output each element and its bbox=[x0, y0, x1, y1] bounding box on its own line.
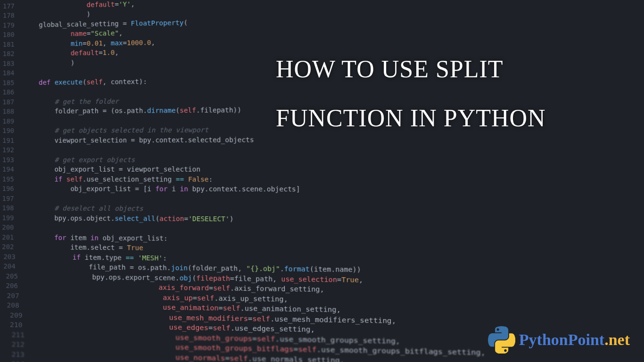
line-number: 191 bbox=[0, 135, 23, 145]
line-number: 210 bbox=[8, 320, 32, 330]
line-number: 186 bbox=[0, 87, 23, 97]
line-number: 203 bbox=[1, 252, 24, 262]
line-number: 178 bbox=[0, 10, 23, 20]
line-number: 204 bbox=[1, 261, 24, 271]
python-icon bbox=[488, 326, 515, 354]
line-number: 207 bbox=[5, 290, 28, 300]
line-number: 195 bbox=[0, 174, 23, 184]
line-number: 197 bbox=[0, 194, 23, 204]
line-number: 194 bbox=[0, 165, 23, 174]
line-number: 188 bbox=[0, 107, 23, 116]
line-number: 177 bbox=[0, 1, 23, 11]
line-number: 180 bbox=[0, 30, 23, 40]
line-number: 184 bbox=[0, 68, 23, 78]
line-number: 190 bbox=[0, 126, 23, 136]
line-number: 181 bbox=[0, 39, 23, 49]
code-content: if self.use_selection_setting == False: bbox=[23, 174, 644, 185]
line-number: 183 bbox=[0, 58, 23, 68]
logo-text: PythonPoint.net bbox=[519, 331, 630, 349]
line-number: 211 bbox=[9, 329, 34, 340]
line-number: 198 bbox=[0, 203, 23, 213]
code-content bbox=[23, 143, 644, 155]
line-number: 213 bbox=[9, 349, 34, 360]
code-line[interactable]: 193 # get export objects bbox=[0, 154, 644, 165]
line-number: 192 bbox=[0, 145, 23, 155]
line-number: 201 bbox=[0, 232, 22, 242]
line-number: 206 bbox=[3, 281, 26, 291]
line-number: 212 bbox=[9, 339, 34, 350]
line-number: 208 bbox=[5, 300, 28, 310]
line-number: 196 bbox=[0, 184, 23, 194]
code-line[interactable]: 195 if self.use_selection_setting == Fal… bbox=[0, 174, 644, 184]
code-line[interactable]: 192 bbox=[0, 143, 644, 155]
page-title: HOW TO USE SPLIT FUNCTION IN PYTHON bbox=[276, 45, 616, 143]
line-number: 199 bbox=[0, 213, 23, 223]
line-number: 179 bbox=[0, 20, 23, 30]
line-number: 209 bbox=[8, 310, 32, 320]
line-number: 187 bbox=[0, 97, 23, 107]
line-number: 182 bbox=[0, 49, 23, 59]
code-content: obj_export_list = viewport_selection bbox=[23, 164, 644, 174]
line-number: 205 bbox=[3, 271, 26, 281]
code-line[interactable]: 194 obj_export_list = viewport_selection bbox=[0, 164, 644, 174]
code-content: # get export objects bbox=[23, 154, 644, 165]
line-number: 200 bbox=[0, 222, 23, 232]
site-logo: PythonPoint.net bbox=[488, 326, 630, 354]
line-number: 214 bbox=[9, 359, 34, 362]
line-number: 193 bbox=[0, 155, 23, 165]
line-number: 202 bbox=[0, 242, 22, 252]
line-number: 185 bbox=[0, 78, 23, 88]
line-number: 189 bbox=[0, 116, 23, 126]
